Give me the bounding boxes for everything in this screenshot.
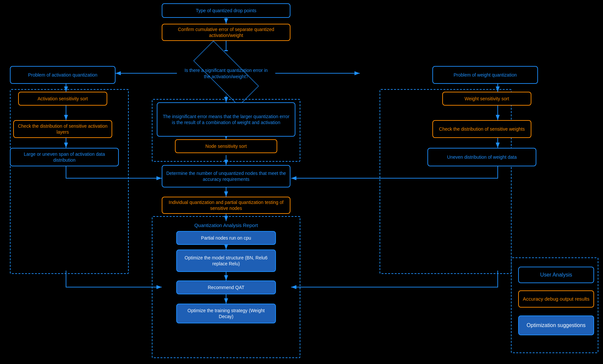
weight-sort-node: Weight sensitivity sort: [442, 92, 531, 106]
individual-quant-node: Individual quantization and partial quan…: [162, 197, 290, 214]
weight-uneven-node: Uneven distribution of weight data: [427, 148, 536, 166]
weight-problem-node: Problem of weight quantization: [432, 66, 538, 84]
diamond-node: Is there a significant quantization erro…: [177, 51, 275, 96]
activation-check-node: Check the distribution of sensitive acti…: [13, 120, 112, 138]
accuracy-debug-node: Accuracy debug output results: [518, 290, 594, 308]
activation-sort-node: Activation sensitivity sort: [18, 92, 107, 106]
right-dashed-region: [380, 89, 512, 274]
user-analysis-node: User Analysis: [518, 267, 594, 283]
optimize-training-node: Optimize the training strategy (Weight D…: [176, 304, 276, 323]
insignificant-error-node: The insignificant error means that the l…: [157, 102, 295, 137]
activation-large-node: Large or uneven span of activation data …: [10, 148, 119, 166]
confirm-error-node: Confirm cumulative error of separate qua…: [162, 24, 290, 41]
node-sensitivity-node: Node sensitivity sort: [175, 139, 277, 153]
determine-nodes-node: Determine the number of unquantized node…: [162, 165, 290, 187]
flowchart-diagram: Type of quantized drop points Confirm cu…: [0, 0, 603, 364]
partial-cpu-node: Partial nodes run on cpu: [176, 231, 276, 245]
quant-report-label: Quantization Analysis Report: [185, 220, 267, 230]
optimize-model-node: Optimize the model structure (BN, Relu6 …: [176, 249, 276, 272]
weight-check-node: Check the distribution of sensitive weig…: [432, 120, 531, 138]
left-dashed-region: [10, 89, 129, 274]
recommend-qat-node: Recommend QAT: [176, 281, 276, 294]
optimization-suggestions-node: Optimization suggestions: [518, 315, 594, 335]
top-start-node: Type of quantized drop points: [162, 3, 290, 18]
activation-problem-node: Problem of activation quantization: [10, 66, 116, 84]
